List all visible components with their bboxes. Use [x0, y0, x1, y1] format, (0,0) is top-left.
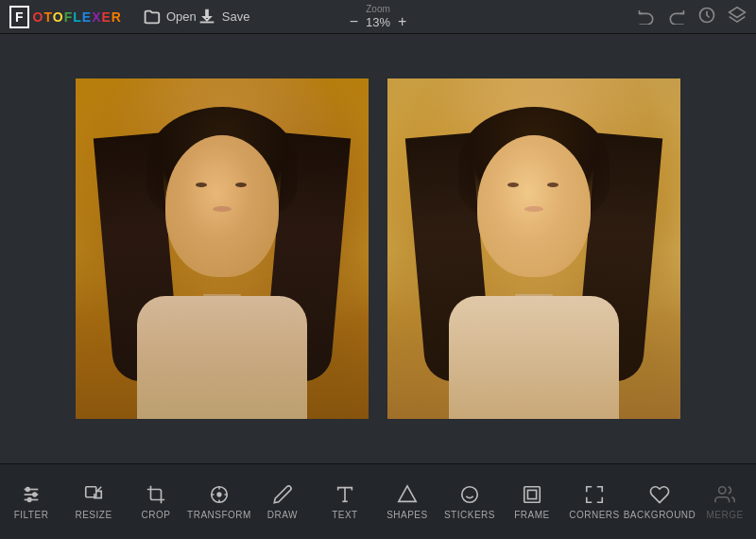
- tool-transform[interactable]: TRANSFORM: [187, 464, 251, 540]
- header-right-actions: [637, 6, 747, 28]
- filter-label: FILTER: [14, 510, 49, 520]
- canvas-area: [0, 34, 756, 463]
- open-icon: [141, 7, 162, 27]
- merge-label: MERGE: [706, 510, 743, 520]
- toolbar: FILTER RESIZE CROP TRANSFORM DRAW: [0, 463, 756, 539]
- svg-point-6: [33, 493, 37, 496]
- stickers-icon: [459, 484, 480, 505]
- undo-icon: [637, 6, 656, 25]
- merge-icon: [714, 484, 735, 505]
- svg-marker-14: [399, 485, 416, 501]
- corners-icon: [584, 484, 605, 505]
- draw-icon: [272, 484, 293, 505]
- save-icon: [197, 7, 217, 27]
- logo-box: F: [9, 6, 29, 28]
- tool-crop[interactable]: CROP: [125, 464, 187, 540]
- zoom-in-button[interactable]: +: [398, 14, 406, 29]
- svg-point-7: [27, 497, 31, 501]
- resize-label: RESIZE: [75, 510, 112, 520]
- frame-icon: [522, 484, 542, 505]
- history-icon: [697, 6, 716, 25]
- crop-label: CROP: [142, 510, 171, 520]
- tool-frame[interactable]: FRAME: [501, 464, 563, 540]
- app-header: F OTOFLEXER Open Save Zoom − 13% +: [0, 0, 756, 34]
- layers-icon: [728, 6, 747, 25]
- filter-icon: [21, 484, 42, 505]
- zoom-out-button[interactable]: −: [350, 14, 358, 29]
- tool-merge: MERGE: [694, 464, 756, 540]
- filtered-photo: [387, 78, 680, 419]
- tool-filter[interactable]: FILTER: [0, 464, 62, 540]
- undo-button[interactable]: [637, 6, 656, 28]
- original-photo: [76, 78, 369, 419]
- text-label: TEXT: [332, 510, 358, 520]
- svg-point-15: [462, 486, 478, 502]
- transform-label: TRANSFORM: [187, 510, 251, 520]
- layers-button[interactable]: [728, 6, 747, 28]
- redo-button[interactable]: [667, 6, 686, 28]
- logo: F OTOFLEXER: [9, 6, 122, 28]
- open-label: Open: [166, 9, 197, 24]
- zoom-label: Zoom: [366, 4, 390, 14]
- tool-text[interactable]: TEXT: [314, 464, 376, 540]
- redo-icon: [667, 6, 686, 25]
- save-button[interactable]: Save: [197, 7, 250, 27]
- tool-corners[interactable]: CORNERS: [563, 464, 626, 540]
- open-button[interactable]: Open: [141, 7, 197, 27]
- svg-point-11: [217, 493, 221, 496]
- logo-text: OTOFLEXER: [33, 9, 122, 25]
- tool-stickers[interactable]: STICKERS: [438, 464, 501, 540]
- history-button[interactable]: [697, 6, 716, 28]
- draw-label: DRAW: [267, 510, 298, 520]
- crop-icon: [146, 484, 166, 505]
- svg-rect-19: [527, 490, 536, 498]
- tool-shapes[interactable]: SHAPES: [376, 464, 438, 540]
- svg-rect-18: [524, 486, 541, 502]
- transform-icon: [209, 484, 230, 505]
- svg-point-5: [26, 487, 30, 491]
- shapes-label: SHAPES: [387, 510, 428, 520]
- corners-label: CORNERS: [569, 510, 620, 520]
- stickers-label: STICKERS: [444, 510, 495, 520]
- background-label: BACKGROUND: [624, 510, 696, 520]
- background-icon: [649, 484, 670, 505]
- frame-label: FRAME: [514, 510, 550, 520]
- text-icon: [335, 484, 355, 505]
- tool-resize[interactable]: RESIZE: [62, 464, 125, 540]
- resize-icon: [83, 484, 104, 505]
- tool-draw[interactable]: DRAW: [251, 464, 314, 540]
- zoom-control: Zoom − 13% +: [350, 4, 407, 29]
- zoom-value: 13%: [366, 15, 390, 29]
- svg-marker-1: [730, 7, 746, 17]
- svg-point-20: [719, 486, 726, 493]
- logo-f-letter: F: [15, 9, 24, 25]
- save-label: Save: [222, 9, 250, 24]
- shapes-icon: [397, 484, 418, 505]
- tool-background[interactable]: BACKGROUND: [626, 464, 694, 540]
